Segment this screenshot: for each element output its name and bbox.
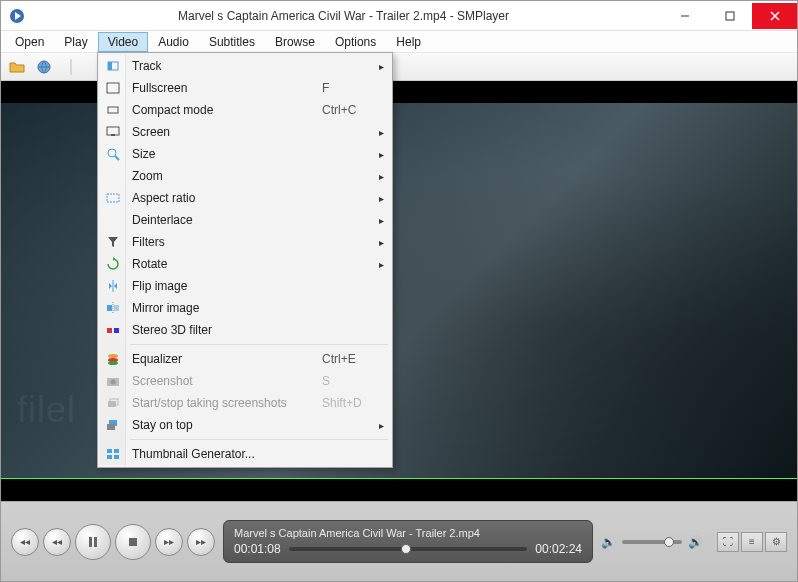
menu-item-screenshot: ScreenshotS (100, 370, 390, 392)
menubar: Open Play Video Audio Subtitles Browse O… (1, 31, 797, 53)
svg-line-15 (115, 156, 119, 160)
menu-open[interactable]: Open (5, 32, 54, 52)
submenu-arrow-icon: ▸ (379, 149, 384, 160)
info-panel: Marvel s Captain America Civil War - Tra… (223, 520, 593, 563)
svg-rect-34 (107, 424, 115, 430)
svg-rect-39 (89, 537, 92, 547)
menu-item-label: Equalizer (132, 352, 302, 366)
toolbar-open-url[interactable] (32, 55, 56, 79)
close-button[interactable] (752, 3, 797, 29)
menu-subtitles[interactable]: Subtitles (199, 32, 265, 52)
menu-audio[interactable]: Audio (148, 32, 199, 52)
svg-rect-9 (108, 62, 112, 70)
menu-separator (130, 439, 388, 440)
mirror-icon (105, 300, 121, 316)
thumb-icon (105, 446, 121, 462)
menu-play[interactable]: Play (54, 32, 97, 52)
toolbar-open-file[interactable] (5, 55, 29, 79)
svg-rect-36 (114, 449, 119, 453)
minimize-button[interactable] (662, 3, 707, 29)
next-button[interactable]: ▸▸ (187, 528, 215, 556)
menu-separator (130, 344, 388, 345)
app-icon (9, 8, 25, 24)
menu-item-shortcut: Ctrl+E (322, 352, 372, 366)
submenu-arrow-icon: ▸ (379, 127, 384, 138)
menu-item-label: Aspect ratio (132, 191, 372, 205)
menu-item-thumbnail-generator[interactable]: Thumbnail Generator... (100, 443, 390, 465)
pause-button[interactable] (75, 524, 111, 560)
submenu-arrow-icon: ▸ (379, 237, 384, 248)
menu-item-start-stop-taking-screenshots: Start/stop taking screenshotsShift+D (100, 392, 390, 414)
svg-rect-23 (114, 305, 119, 311)
control-bar: ◂◂ ◂◂ ▸▸ ▸▸ Marvel s Captain America Civ… (1, 501, 797, 581)
volume-slider[interactable] (622, 540, 682, 544)
svg-point-14 (108, 149, 116, 157)
toolbar-separator (59, 55, 83, 79)
menu-item-filters[interactable]: Filters▸ (100, 231, 390, 253)
menu-item-label: Stereo 3D filter (132, 323, 372, 337)
menu-item-screen[interactable]: Screen▸ (100, 121, 390, 143)
video-menu-dropdown: Track▸FullscreenFCompact modeCtrl+CScree… (97, 52, 393, 468)
mute-icon[interactable]: 🔈 (601, 535, 616, 549)
menu-item-equalizer[interactable]: EqualizerCtrl+E (100, 348, 390, 370)
aspect-icon (105, 190, 121, 206)
menu-item-zoom[interactable]: Zoom▸ (100, 165, 390, 187)
menu-item-mirror-image[interactable]: Mirror image (100, 297, 390, 319)
frame-separator (1, 478, 797, 479)
seek-bar[interactable] (289, 547, 528, 551)
menu-item-stay-on-top[interactable]: Stay on top▸ (100, 414, 390, 436)
rotate-icon (105, 256, 121, 272)
menu-item-shortcut: Shift+D (322, 396, 372, 410)
submenu-arrow-icon: ▸ (379, 61, 384, 72)
menu-item-flip-image[interactable]: Flip image (100, 275, 390, 297)
submenu-arrow-icon: ▸ (379, 215, 384, 226)
playlist-button[interactable]: ≡ (741, 532, 763, 552)
menu-item-compact-mode[interactable]: Compact modeCtrl+C (100, 99, 390, 121)
prev-button[interactable]: ◂◂ (11, 528, 39, 556)
menu-item-label: Mirror image (132, 301, 372, 315)
menu-item-fullscreen[interactable]: FullscreenF (100, 77, 390, 99)
menu-item-label: Filters (132, 235, 372, 249)
svg-rect-38 (114, 455, 119, 459)
settings-button[interactable]: ⚙ (765, 532, 787, 552)
svg-rect-22 (107, 305, 112, 311)
svg-rect-16 (107, 194, 119, 202)
fullscreen-button[interactable]: ⛶ (717, 532, 739, 552)
menu-item-label: Flip image (132, 279, 372, 293)
svg-marker-19 (109, 283, 112, 289)
menu-browse[interactable]: Browse (265, 32, 325, 52)
menu-item-label: Screen (132, 125, 372, 139)
submenu-arrow-icon: ▸ (379, 420, 384, 431)
menu-item-shortcut: Ctrl+C (322, 103, 372, 117)
forward-button[interactable]: ▸▸ (155, 528, 183, 556)
rewind-button[interactable]: ◂◂ (43, 528, 71, 556)
menu-item-aspect-ratio[interactable]: Aspect ratio▸ (100, 187, 390, 209)
menu-item-deinterlace[interactable]: Deinterlace▸ (100, 209, 390, 231)
stop-button[interactable] (115, 524, 151, 560)
svg-point-30 (111, 380, 116, 385)
filters-icon (105, 234, 121, 250)
menu-item-label: Compact mode (132, 103, 302, 117)
menu-options[interactable]: Options (325, 32, 386, 52)
playback-buttons: ◂◂ ◂◂ ▸▸ ▸▸ (11, 524, 215, 560)
menu-item-rotate[interactable]: Rotate▸ (100, 253, 390, 275)
seek-thumb[interactable] (401, 544, 411, 554)
time-position: 00:01:08 (234, 542, 281, 556)
menu-video[interactable]: Video (98, 32, 148, 52)
fullscreen-icon (105, 80, 121, 96)
menu-help[interactable]: Help (386, 32, 431, 52)
menu-item-label: Start/stop taking screenshots (132, 396, 302, 410)
menu-item-stereo-3d-filter[interactable]: Stereo 3D filter (100, 319, 390, 341)
svg-rect-11 (108, 107, 118, 113)
volume-thumb[interactable] (664, 537, 674, 547)
menu-item-label: Size (132, 147, 372, 161)
maximize-button[interactable] (707, 3, 752, 29)
menu-item-label: Screenshot (132, 374, 302, 388)
svg-rect-37 (107, 455, 112, 459)
burst-icon (105, 395, 121, 411)
svg-rect-31 (108, 401, 116, 407)
menu-item-size[interactable]: Size▸ (100, 143, 390, 165)
track-icon (105, 58, 121, 74)
menu-item-track[interactable]: Track▸ (100, 55, 390, 77)
screen-icon (105, 124, 121, 140)
